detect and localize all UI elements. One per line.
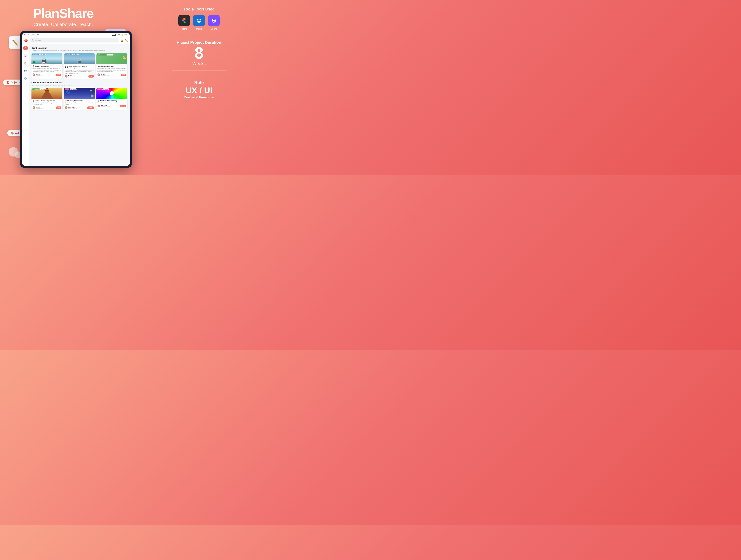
role-value: UX / UI <box>172 86 226 95</box>
card-desc-greece: From the Olympic Games to the Acropolis,… <box>65 69 94 74</box>
collab-lessons-title: Collaborative Draft Lessons <box>31 81 127 84</box>
people-icon <box>9 147 18 157</box>
figma-label: Figma <box>181 27 187 30</box>
card-desc-japan: Discover the chronological order of impo… <box>32 68 61 73</box>
search-placeholder: Search <box>35 39 42 42</box>
tablet-frame: 9:41 AM Mon Jul 08 ▂▄▆ WiFi 🔋 100% 🍑 🔍 S… <box>20 31 132 168</box>
loom-icon-box <box>208 15 220 26</box>
role-label: Role <box>172 80 226 85</box>
search-box[interactable]: 🔍 Search <box>30 38 119 43</box>
swirl-icon: 🌀 <box>66 90 70 94</box>
math-icon: 📐 <box>123 55 126 59</box>
role-sub: Designer & Researcher <box>172 96 226 99</box>
card-footer-volcano: M Ms.Hill Edited 1 hour ago Edit <box>32 106 61 109</box>
draft-lessons-grid: 🏛 History 3rd Grade 🏯 🌲 🏯 <box>31 53 127 79</box>
wifi-icon: WiFi <box>117 34 120 36</box>
author-info-greece: Ms.Hill Edited 8 hour ago <box>68 75 77 78</box>
card-tags-color: 🎨 Art 4th Grade <box>97 88 109 90</box>
author-avatar-math: M <box>97 73 100 76</box>
battery-icon: 🔋 100% <box>121 34 128 36</box>
nav-logo: 🍑 <box>24 39 28 42</box>
main-content[interactable]: Draft Lessons A collection of lesson pla… <box>29 44 130 166</box>
lesson-card-math: ✖ Mathematics 3rd Grade 📐 ✖ Multi <box>96 53 127 79</box>
bell-icon[interactable]: 🔔 <box>121 39 123 42</box>
card-thumb-japan: 🏛 History 3rd Grade 🏯 🌲 <box>31 53 62 64</box>
edit-btn-math[interactable]: Edit <box>121 74 126 76</box>
card-body-japan: 🏯 Japan's Rich History Discover the chro… <box>31 64 62 77</box>
lesson-card-japan: 🏛 History 3rd Grade 🏯 🌲 🏯 <box>31 53 62 79</box>
card-tags-greece: 🏛 History 3rd Grade <box>65 54 78 55</box>
brand-name: PlanShare <box>33 7 93 20</box>
pagoda-icon: 🏯 <box>41 58 47 64</box>
tablet-container: 9:41 AM Mon Jul 08 ▂▄▆ WiFi 🔋 100% 🍑 🔍 S… <box>20 31 132 168</box>
sidebar-people[interactable]: 👥 <box>23 69 28 73</box>
top-bar-icons: 🔔 ✏️ <box>121 39 128 42</box>
edit-btn-greece[interactable]: Edit <box>88 75 94 78</box>
lesson-card-color: 🎨 Art 4th Grade 🌈 Wonders of Co <box>96 88 127 110</box>
status-bar: 9:41 AM Mon Jul 08 ▂▄▆ WiFi 🔋 100% <box>22 33 130 37</box>
card-footer-japan: M Ms.Hill Edited 1 hour ago Edit <box>32 73 61 76</box>
logo-area: PlanShare Create. Collaborate. Teach. <box>33 7 93 27</box>
grade-btn-color[interactable]: Grade <box>120 105 126 107</box>
status-time: 9:41 AM Mon Jul 08 <box>24 34 39 36</box>
lesson-card-starry: 🎨 Art 4th Grade 🌀 ⭐ <box>64 88 95 110</box>
svg-point-6 <box>213 20 214 21</box>
tag-history: 🏛 History <box>32 54 39 55</box>
content-area: 🏠 📊 📋 👥 ⚙️ Draft Lessons A collection of… <box>22 44 130 166</box>
draft-lessons-title: Draft Lessons <box>31 47 127 49</box>
color-title-icon: 🌈 <box>97 100 99 101</box>
tools-icons: Figma Maze <box>172 15 226 30</box>
sidebar-lessons[interactable]: 📋 <box>23 61 28 65</box>
card-author-math: M Ms.Hill Edited 9 hour ago <box>97 73 109 76</box>
card-tags-japan: 🏛 History 3rd Grade <box>32 54 46 55</box>
objective-icon: 🎯 <box>6 81 10 84</box>
brand-tagline: Create. Collaborate. Teach. <box>33 22 93 27</box>
divider-1 <box>172 35 226 36</box>
volcano-smoke: 🔥 <box>46 88 48 90</box>
edit-btn-volcano[interactable]: Edit <box>56 106 61 109</box>
starry-title-icon: ⭐ <box>65 100 67 101</box>
tree-icon: 🌲 <box>32 60 36 64</box>
tool-loom: Loom <box>208 15 220 30</box>
project-duration: Project Project Duration 8 Weeks <box>172 40 226 66</box>
author-info-color: Mrs.Jones Edited 3 hours ago <box>101 105 110 107</box>
star-circle <box>91 94 93 97</box>
card-body-math: ✖ Multiply and Conquer By the end of the… <box>96 64 127 77</box>
card-desc-volcano: Students will conduct a hands-on experim… <box>32 102 61 105</box>
card-body-greece: 🏛 Ancient Greece: Birthplace of Democrac… <box>64 64 95 79</box>
maze-icon-box <box>193 15 205 26</box>
maze-label: Maze <box>196 27 202 30</box>
author-avatar-greece: M <box>65 75 67 78</box>
compose-icon[interactable]: ✏️ <box>125 39 128 42</box>
draft-lessons-section: Draft Lessons A collection of lesson pla… <box>31 47 127 79</box>
loom-label: Loom <box>211 27 217 30</box>
signal-icon: ▂▄▆ <box>112 34 116 36</box>
edit-btn-japan[interactable]: Edit <box>56 74 61 76</box>
tag-math: ✖ Mathematics <box>97 54 107 56</box>
art-icon: 🎨 <box>10 132 14 135</box>
card-body-volcano: 🌋 Volcano Science Experiment Students wi… <box>31 99 62 110</box>
tag-art-color: 🎨 Art <box>97 88 102 90</box>
tag-science-volcano: 🌿 Science <box>32 88 40 90</box>
acropolis-icon: 🏛️ <box>77 59 82 64</box>
tag-grade-greece: 3rd Grade <box>72 54 78 55</box>
grade-btn-starry[interactable]: Grade <box>87 106 94 109</box>
tag-grade-starry: 4th Grade <box>70 88 76 90</box>
tool-maze: Maze <box>193 15 205 30</box>
top-bar: 🍑 🔍 Search 🔔 ✏️ <box>22 37 130 44</box>
card-author-color: J Mrs.Jones Edited 3 hours ago <box>97 105 110 107</box>
sidebar-chart[interactable]: 📊 <box>23 54 28 58</box>
card-author-volcano: M Ms.Hill Edited 1 hour ago <box>32 106 44 109</box>
status-right: ▂▄▆ WiFi 🔋 100% <box>112 34 128 36</box>
sidebar-settings[interactable]: ⚙️ <box>23 76 28 81</box>
collab-lessons-grid: 🌿 Science 3rd Grade 🔥 <box>31 88 127 110</box>
tools-label: Tools Tools Used <box>172 7 226 12</box>
japan-title-icon: 🏯 <box>32 65 35 67</box>
role-section: Role UX / UI Designer & Researcher <box>172 80 226 99</box>
card-thumb-math: ✖ Mathematics 3rd Grade 📐 <box>96 53 127 64</box>
card-thumb-starry: 🎨 Art 4th Grade 🌀 ⭐ <box>64 88 95 99</box>
star-icon: ⭐ <box>90 89 92 92</box>
sidebar: 🏠 📊 📋 👥 ⚙️ <box>22 44 29 166</box>
card-desc-math: By the end of the lesson, students will … <box>97 68 126 73</box>
sidebar-home[interactable]: 🏠 <box>23 46 28 50</box>
